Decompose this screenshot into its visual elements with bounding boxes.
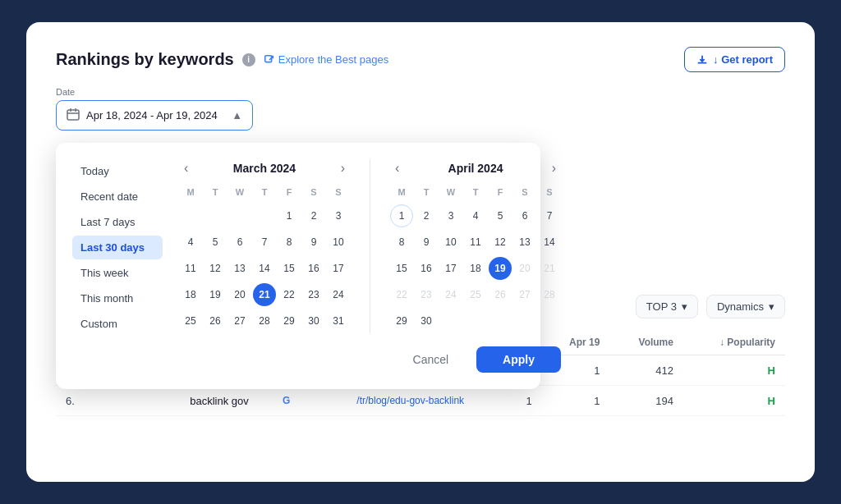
quick-option-thisweek[interactable]: This week	[72, 261, 163, 285]
march-day-15[interactable]: 15	[278, 257, 301, 280]
april-day-11[interactable]: 11	[464, 231, 487, 254]
april-day-10[interactable]: 10	[439, 231, 462, 254]
march-day-16[interactable]: 16	[302, 257, 325, 280]
explore-link[interactable]: Explore the Best pages	[264, 53, 388, 66]
april-day-9[interactable]: 9	[415, 231, 438, 254]
calendar-actions: Cancel Apply	[179, 346, 561, 373]
april-day-27[interactable]: 27	[513, 283, 536, 306]
march-title: March 2024	[233, 162, 296, 175]
march-day-5[interactable]: 5	[204, 231, 227, 254]
td-url[interactable]: /tr/blog/edu-gov-backlink	[303, 386, 474, 416]
march-next-button[interactable]: ›	[336, 159, 350, 177]
march-day-19[interactable]: 19	[204, 283, 227, 306]
page-title: Rankings by keywords	[56, 50, 234, 69]
td-volume: 194	[609, 386, 683, 416]
march-dh-s1: S	[302, 186, 325, 202]
quick-option-custom[interactable]: Custom	[72, 312, 163, 336]
march-header: ‹ March 2024 ›	[179, 159, 350, 177]
march-day-2[interactable]: 2	[302, 204, 325, 227]
march-prev-button[interactable]: ‹	[179, 159, 193, 177]
april-day-19[interactable]: 19	[489, 257, 512, 280]
march-day-18[interactable]: 18	[179, 283, 202, 306]
quick-option-recent[interactable]: Recent date	[72, 185, 163, 208]
march-day-3[interactable]: 3	[327, 204, 350, 227]
calendars-area: ‹ March 2024 › M T W T F S S	[179, 159, 561, 373]
chevron-down-icon: ▾	[682, 300, 687, 313]
march-day-1[interactable]: 1	[278, 204, 301, 227]
quick-option-thismonth[interactable]: This month	[72, 286, 163, 310]
april-day-21[interactable]: 21	[538, 257, 561, 280]
april-day-7[interactable]: 7	[538, 204, 561, 227]
march-day-11[interactable]: 11	[179, 257, 202, 280]
april-day-29[interactable]: 29	[390, 309, 413, 332]
top-filter-select[interactable]: TOP 3 ▾	[636, 295, 698, 318]
march-grid: M T W T F S S 1	[179, 186, 350, 333]
april-next-button[interactable]: ›	[547, 159, 561, 177]
march-day-7[interactable]: 7	[253, 231, 276, 254]
march-day-24[interactable]: 24	[327, 283, 350, 306]
april-prev-button[interactable]: ‹	[390, 159, 404, 177]
april-day-1[interactable]: 1	[390, 204, 413, 227]
march-day-4[interactable]: 4	[179, 231, 202, 254]
april-empty2	[464, 309, 487, 332]
april-day-4[interactable]: 4	[464, 204, 487, 227]
march-day-27[interactable]: 27	[228, 309, 251, 332]
quick-option-today[interactable]: Today	[72, 159, 163, 183]
april-day-26[interactable]: 26	[489, 283, 512, 306]
march-day-28[interactable]: 28	[253, 309, 276, 332]
header-row: Rankings by keywords i Explore the Best …	[56, 47, 785, 72]
external-link-icon	[264, 54, 275, 66]
svg-rect-1	[67, 110, 79, 120]
td-apr19: 1	[542, 386, 610, 416]
april-day-25[interactable]: 25	[464, 283, 487, 306]
april-day-17[interactable]: 17	[439, 257, 462, 280]
calendar-march: ‹ March 2024 › M T W T F S S	[179, 159, 350, 333]
march-day-6[interactable]: 6	[228, 231, 251, 254]
april-day-16[interactable]: 16	[415, 257, 438, 280]
april-day-18[interactable]: 18	[464, 257, 487, 280]
april-day-6[interactable]: 6	[513, 204, 536, 227]
march-day-10[interactable]: 10	[327, 231, 350, 254]
april-day-8[interactable]: 8	[390, 231, 413, 254]
march-day-17[interactable]: 17	[327, 257, 350, 280]
march-day-20[interactable]: 20	[228, 283, 251, 306]
april-day-14[interactable]: 14	[538, 231, 561, 254]
march-day-30[interactable]: 30	[302, 309, 325, 332]
april-day-12[interactable]: 12	[489, 231, 512, 254]
date-input-button[interactable]: Apr 18, 2024 - Apr 19, 2024 ▲	[56, 100, 253, 131]
march-day-empty4	[253, 204, 276, 227]
april-day-22[interactable]: 22	[390, 283, 413, 306]
march-day-25[interactable]: 25	[179, 309, 202, 332]
quick-option-last7[interactable]: Last 7 days	[72, 210, 163, 234]
april-day-20[interactable]: 20	[513, 257, 536, 280]
march-day-23[interactable]: 23	[302, 283, 325, 306]
info-icon[interactable]: i	[242, 53, 255, 66]
march-day-8[interactable]: 8	[278, 231, 301, 254]
quick-option-last30[interactable]: Last 30 days	[72, 236, 163, 259]
march-day-29[interactable]: 29	[278, 309, 301, 332]
td-engine: G	[259, 386, 303, 416]
april-day-30[interactable]: 30	[415, 309, 438, 332]
march-day-21[interactable]: 21	[253, 283, 276, 306]
april-empty1	[439, 309, 462, 332]
march-day-22[interactable]: 22	[278, 283, 301, 306]
march-day-14[interactable]: 14	[253, 257, 276, 280]
march-day-13[interactable]: 13	[228, 257, 251, 280]
apply-button[interactable]: Apply	[476, 346, 561, 373]
cancel-button[interactable]: Cancel	[393, 346, 469, 373]
get-report-button[interactable]: ↓ Get report	[684, 47, 785, 72]
march-day-31[interactable]: 31	[327, 309, 350, 332]
march-day-26[interactable]: 26	[204, 309, 227, 332]
april-day-13[interactable]: 13	[513, 231, 536, 254]
march-day-12[interactable]: 12	[204, 257, 227, 280]
april-day-3[interactable]: 3	[439, 204, 462, 227]
april-day-24[interactable]: 24	[439, 283, 462, 306]
march-dh-t2: T	[253, 186, 276, 202]
april-day-28[interactable]: 28	[538, 283, 561, 306]
dynamics-filter-select[interactable]: Dynamics ▾	[706, 295, 785, 318]
march-day-9[interactable]: 9	[302, 231, 325, 254]
april-day-15[interactable]: 15	[390, 257, 413, 280]
april-day-5[interactable]: 5	[489, 204, 512, 227]
april-day-23[interactable]: 23	[415, 283, 438, 306]
april-day-2[interactable]: 2	[415, 204, 438, 227]
